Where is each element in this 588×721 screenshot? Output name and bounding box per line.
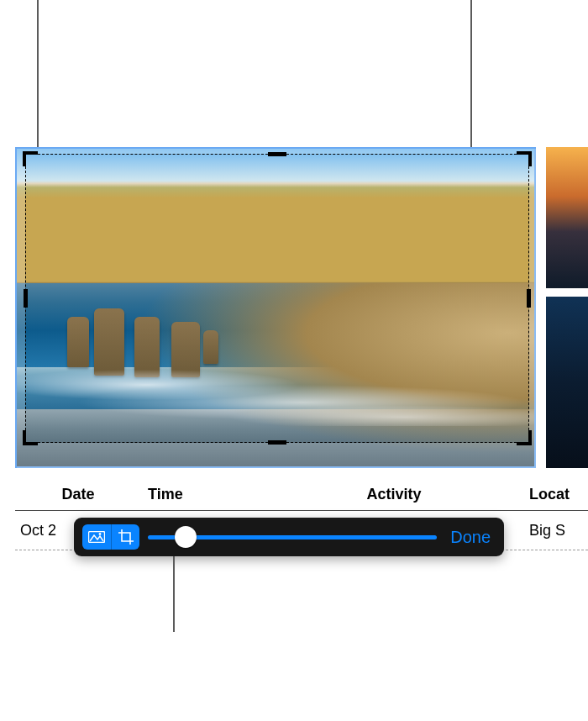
mask-icon — [88, 531, 105, 543]
image-edit-canvas — [15, 147, 588, 468]
crop-handle-bottom-right[interactable] — [517, 430, 532, 445]
crop-mode-button[interactable] — [111, 524, 139, 550]
crop-handle-top-right[interactable] — [517, 151, 532, 166]
edit-mode-toggle — [82, 524, 139, 550]
crop-handle-top-left[interactable] — [23, 151, 38, 166]
column-header-time: Time — [141, 486, 259, 503]
zoom-slider[interactable] — [148, 524, 437, 550]
crop-selection[interactable] — [25, 154, 529, 443]
crop-mask — [17, 443, 538, 468]
crop-handle-top[interactable] — [268, 152, 286, 156]
done-button[interactable]: Done — [445, 528, 496, 547]
column-header-location: Locat — [529, 486, 588, 503]
crop-handle-bottom[interactable] — [268, 440, 286, 445]
column-header-date: Date — [15, 486, 141, 503]
crop-handle-left[interactable] — [24, 289, 28, 308]
column-header-activity: Activity — [259, 486, 529, 503]
svg-rect-0 — [89, 532, 105, 543]
crop-icon — [118, 529, 134, 545]
callout-line-top-left — [37, 0, 39, 147]
mask-mode-button[interactable] — [82, 524, 111, 550]
cell-location: Big S — [529, 522, 588, 539]
callout-line-slider — [173, 556, 175, 632]
photo-thumbnail-partial[interactable] — [546, 297, 588, 468]
callout-line-top-right — [470, 0, 472, 147]
slider-thumb[interactable] — [175, 526, 197, 548]
svg-point-1 — [99, 533, 102, 535]
table-rule — [15, 510, 588, 511]
crop-handle-bottom-left[interactable] — [23, 430, 38, 445]
photo-thumbnail-partial[interactable] — [546, 147, 588, 288]
table-header-row: Date Time Activity Locat — [15, 482, 588, 510]
crop-handle-right[interactable] — [527, 289, 531, 308]
photo-main[interactable] — [15, 147, 536, 468]
image-edit-toolbar: Done — [74, 518, 504, 556]
